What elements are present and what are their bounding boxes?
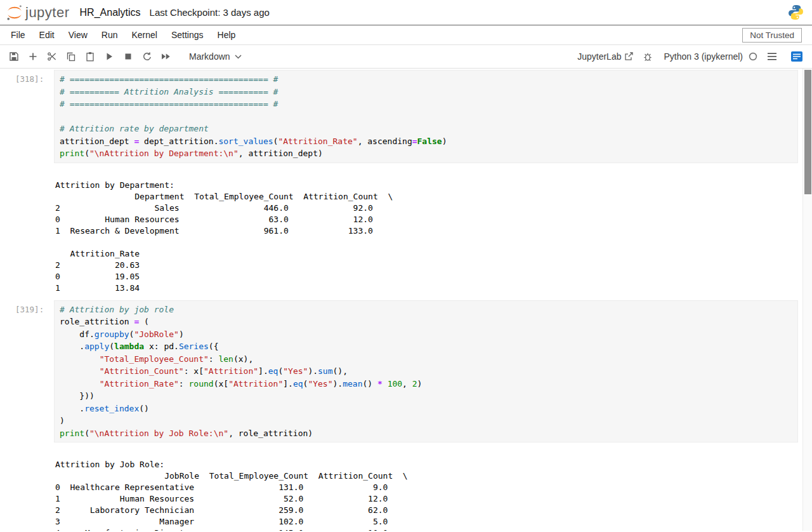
open-in-jupyterlab-link[interactable]: JupyterLab [577, 51, 633, 62]
run-icon [104, 51, 114, 62]
insert-cell-button[interactable] [24, 48, 41, 65]
jupyter-logo-icon [6, 4, 23, 21]
code-line: # ======================================… [60, 98, 792, 110]
toolbar: Markdown JupyterLab Python 3 (ipykernel) [0, 45, 812, 69]
notebook-panel: [318]:# ================================… [0, 69, 812, 531]
code-line: "Attrition_Count": x["Attrition"].eq("Ye… [60, 365, 792, 378]
jupyter-logo[interactable]: jupyter [6, 4, 70, 21]
copy-icon [66, 51, 76, 62]
kernel-status-icon [749, 52, 757, 61]
cell-body: # Attrition by job rolerole_attrition = … [54, 300, 798, 531]
code-line: })) [60, 390, 792, 402]
trust-status-badge[interactable]: Not Trusted [742, 28, 802, 43]
paste-icon [85, 51, 95, 62]
menu-item-help[interactable]: Help [211, 27, 243, 43]
menu-item-kernel[interactable]: Kernel [124, 27, 164, 43]
cell-output: Attrition by Job Role: JobRole Total_Emp… [55, 448, 798, 531]
notebook-menu-button[interactable] [763, 48, 780, 65]
execution-count: [319]: [0, 300, 54, 531]
panel-toggle-icon [790, 50, 803, 63]
code-line: attrition_dept = dept_attrition.sort_val… [60, 135, 792, 148]
save-button[interactable] [5, 48, 22, 65]
cell-type-value: Markdown [189, 51, 230, 62]
bug-icon [643, 51, 653, 62]
code-line: df.groupby("JobRole") [60, 328, 792, 341]
menu-item-edit[interactable]: Edit [32, 27, 62, 43]
fast-forward-icon [160, 51, 171, 62]
code-line: .reset_index() [60, 402, 792, 415]
notebook-cell: [318]:# ================================… [0, 70, 798, 294]
code-line: # Attrition rate by department [60, 123, 792, 135]
paste-cell-button[interactable] [81, 48, 98, 65]
header: jupyter HR_Analytics Last Checkpoint: 3 … [0, 0, 812, 25]
stop-icon [123, 51, 133, 62]
notebook-title[interactable]: HR_Analytics [80, 7, 141, 18]
external-link-icon [624, 52, 633, 61]
cut-cell-button[interactable] [43, 48, 60, 65]
save-icon [9, 51, 19, 62]
code-line: "Attrition_Rate": round(x["Attrition"].e… [60, 378, 792, 390]
restart-run-all-button[interactable] [157, 48, 174, 65]
cell-type-dropdown[interactable]: Markdown [185, 50, 246, 63]
code-line: # Attrition by job role [60, 303, 792, 316]
code-line: ) [60, 415, 792, 427]
checkpoint-label: Last Checkpoint: 3 days ago [150, 7, 270, 18]
chevron-down-icon [235, 55, 242, 59]
menu-item-view[interactable]: View [62, 27, 95, 43]
menu-item-file[interactable]: File [4, 27, 32, 43]
restart-icon [142, 51, 152, 62]
code-line: # ========== Attrition Analysis ========… [60, 86, 792, 98]
code-cell-input[interactable]: # Attrition by job rolerole_attrition = … [54, 300, 798, 443]
cell-body: # ======================================… [54, 70, 798, 294]
run-cell-button[interactable] [100, 48, 117, 65]
jupyter-app: jupyter HR_Analytics Last Checkpoint: 3 … [0, 0, 812, 532]
kernel-name-label[interactable]: Python 3 (ipykernel) [664, 51, 743, 62]
code-line: role_attrition = ( [60, 316, 792, 328]
jupyterlab-link-label: JupyterLab [577, 51, 621, 62]
restart-kernel-button[interactable] [138, 48, 155, 65]
code-cell-input[interactable]: # ======================================… [54, 70, 798, 163]
code-line: "Total_Employee_Count": len(x), [60, 353, 792, 366]
plus-icon [28, 51, 38, 62]
jupyter-logo-text: jupyter [25, 6, 70, 21]
copy-cell-button[interactable] [62, 48, 79, 65]
code-line: # ======================================… [60, 73, 792, 86]
side-panel-toggle-button[interactable] [788, 48, 805, 65]
cells: [318]:# ================================… [0, 70, 812, 531]
menu-item-settings[interactable]: Settings [164, 27, 211, 43]
hamburger-icon [767, 52, 777, 61]
cell-output: Attrition by Department: Department Tota… [55, 168, 798, 294]
debugger-button[interactable] [639, 48, 656, 65]
code-line: print("\nAttrition by Department:\n", at… [60, 147, 792, 160]
code-line: .apply(lambda x: pd.Series({ [60, 340, 792, 353]
scrollbar-thumb[interactable] [804, 70, 811, 194]
python-logo-icon [787, 4, 804, 21]
notebook-cell: [319]:# Attrition by job rolerole_attrit… [0, 300, 798, 531]
scrollbar-track[interactable] [802, 69, 812, 531]
stop-kernel-button[interactable] [119, 48, 136, 65]
scissors-icon [47, 51, 57, 62]
code-line: print("\nAttrition by Job Role:\n", role… [60, 427, 792, 440]
execution-count: [318]: [0, 70, 54, 294]
menu-bar: File Edit View Run Kernel Settings Help … [0, 25, 812, 45]
code-line [60, 110, 792, 123]
menu-item-run[interactable]: Run [95, 27, 125, 43]
